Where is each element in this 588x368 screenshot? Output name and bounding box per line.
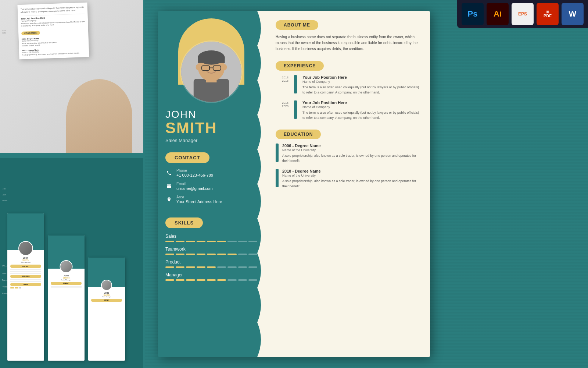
first-name: JOHN	[165, 109, 257, 120]
contact-label: CONTACT	[165, 152, 209, 163]
top-preview: The term is also often used colloquially…	[0, 0, 143, 153]
email-value: urname@gmail.com	[176, 186, 213, 191]
edu-desc-1: A sole proprietorship, also known as a s…	[282, 153, 419, 163]
skill-product-bars	[165, 266, 257, 268]
photo-area	[158, 11, 265, 103]
year-indicator-1: 2016 2020	[2, 29, 6, 34]
card3-contact-btn: CONTACT	[91, 299, 122, 302]
address-value: Your Street Address Here	[176, 199, 222, 204]
address-label: Area	[176, 195, 222, 199]
about-text: Having a business name does not separate…	[276, 34, 419, 52]
word-icon[interactable]: W	[562, 3, 584, 25]
exp-item-2: 2016 2020 Your Job Position Here Name of…	[276, 100, 419, 120]
contact-email-item: Email urname@gmail.com	[165, 182, 257, 191]
exp-dot-1	[294, 75, 297, 93]
education-section: EDUCATION 2006 - Degree Name Name of the…	[276, 130, 419, 189]
eps-icon[interactable]: EPS	[512, 3, 534, 25]
toolbar: Ps Ai EPS ▣ PDF W	[457, 0, 588, 28]
skill-label-1: SKILLS	[2, 265, 10, 267]
job-title: Sales Manager	[165, 138, 257, 143]
last-name: SMITH	[165, 120, 257, 136]
exp-year-start-2: 2016	[282, 101, 288, 105]
edu-degree-2: 2010 - Degree Name	[282, 169, 419, 173]
resume-right-column: ABOUT ME Having a business name does not…	[265, 11, 430, 357]
illustrator-icon[interactable]: Ai	[487, 3, 509, 25]
skill-product-item: Product	[165, 259, 257, 268]
exp-year-end-1: 2016	[282, 79, 288, 82]
skill-teamwork-item: Teamwork	[165, 247, 257, 255]
top-mini-resume: The term is also often used colloquially…	[17, 3, 89, 60]
card1-skills-btn: SKILLS	[10, 283, 41, 286]
contact-section: CONTACT Phone +1 000-123-456-789	[158, 147, 265, 214]
svg-rect-6	[198, 57, 225, 63]
experience-section: EXPERIENCE 2013 2016 Your Job Position H…	[276, 61, 419, 120]
skill-manager-bars	[165, 279, 257, 281]
exp-company-2: Name of Company	[302, 105, 419, 109]
skill-sales-name: Sales	[165, 234, 257, 239]
preview-card-3: JOHN SMITH Sales Manager CONTACT	[88, 258, 125, 361]
preview-card-2: JOHN SMITH Sales Manager CONTACT	[48, 236, 85, 361]
exp-desc-2: The term is also often used colloquially…	[302, 110, 419, 120]
card2-title: Sales Manager	[49, 279, 83, 281]
exp-year-end-2: 2020	[282, 105, 288, 108]
card2-contact-btn: CONTACT	[51, 282, 82, 285]
edu-desc-2: A sole proprietorship, also known as a s…	[282, 179, 419, 189]
svg-point-11	[223, 64, 227, 70]
skill-product-name: Product	[165, 259, 257, 265]
contact-phone-item: Phone +1 000-123-456-789	[165, 169, 257, 177]
edu-dot-1	[276, 144, 279, 162]
skill-teamwork-bars	[165, 254, 257, 255]
card3-title: Sales Manager	[90, 296, 123, 298]
skill-manager: Manager	[2, 292, 10, 294]
skill-teamwork: Teamwork	[2, 279, 10, 281]
about-label: ABOUT ME	[276, 20, 318, 30]
skill-manager-item: Manager	[165, 272, 257, 281]
email-icon	[165, 183, 173, 190]
exp-desc-1: The term is also often used colloquially…	[302, 85, 419, 95]
experience-label: EXPERIENCE	[276, 61, 324, 71]
preview-card-1: JOHN SMITH Sales Manager CONTACT EDUCATI…	[7, 213, 44, 361]
mini-education-label: EDUCATION	[21, 31, 40, 35]
skill-product: Product	[2, 286, 10, 288]
name-area: JOHN SMITH Sales Manager	[158, 103, 265, 147]
pdf-icon[interactable]: ▣ PDF	[537, 3, 559, 25]
photoshop-icon[interactable]: Ps	[462, 3, 484, 25]
left-panel: The term is also often used colloquially…	[0, 0, 145, 368]
about-section: ABOUT ME Having a business name does not…	[276, 20, 419, 52]
card1-edu-btn: EDUCATION	[10, 275, 41, 278]
contact-address-item: Area Your Street Address Here	[165, 195, 257, 204]
skill-sales-bars	[165, 241, 257, 242]
edu-dot-2	[276, 169, 279, 187]
exp-year-start-1: 2013	[282, 76, 288, 79]
skills-label: SKILLS	[165, 217, 203, 228]
mini-resume-text: The term is also often used colloquially…	[21, 6, 85, 14]
edu-item-1: 2006 - Degree Name Name of the Universit…	[276, 144, 419, 163]
exp-dot-2	[294, 100, 297, 119]
person-svg	[181, 42, 241, 102]
edu-school-2: Name of the University	[282, 174, 419, 177]
main-resume: JOHN SMITH Sales Manager CONTACT Phone +…	[158, 11, 430, 357]
phone-label: Phone	[176, 169, 213, 173]
exp-item-1: 2013 2016 Your Job Position Here Name of…	[276, 75, 419, 95]
skill-teamwork-name: Teamwork	[165, 247, 257, 252]
bottom-left-previews: -789 l.com s Here JOHN SMITH Sales Manag…	[0, 158, 143, 368]
skills-section: SKILLS Sales Teamwork	[158, 214, 265, 289]
exp-company-1: Name of Company	[302, 80, 419, 84]
skill-manager-name: Manager	[165, 272, 257, 277]
phone-value: +1 000-123-456-789	[176, 173, 213, 177]
card1-contact-btn: CONTACT	[10, 265, 41, 268]
edu-degree-1: 2006 - Degree Name	[282, 144, 419, 148]
phone-icon	[165, 169, 173, 177]
education-label: EDUCATION	[276, 130, 321, 139]
skill-sales: Sales	[2, 272, 10, 275]
skill-sales-item: Sales	[165, 234, 257, 242]
svg-point-10	[196, 64, 200, 70]
exp-title-1: Your Job Position Here	[302, 75, 419, 79]
profile-photo	[180, 40, 243, 103]
address-icon	[165, 196, 173, 203]
edu-school-1: Name of the University	[282, 148, 419, 152]
exp-title-2: Your Job Position Here	[302, 100, 419, 105]
card1-title: Sales Manager	[9, 261, 43, 263]
resume-left-column: JOHN SMITH Sales Manager CONTACT Phone +…	[158, 11, 265, 357]
email-label: Email	[176, 182, 213, 186]
